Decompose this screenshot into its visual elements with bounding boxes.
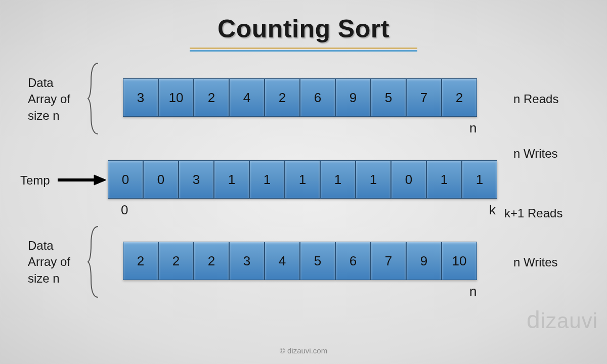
index-k: k: [489, 202, 496, 218]
array-cell: 2: [123, 242, 158, 280]
array-cell: 3: [229, 242, 265, 280]
array-cell: 1: [462, 160, 497, 199]
array-cell: 7: [371, 242, 406, 280]
temp-array: 00311111011: [108, 160, 497, 199]
n-reads-label: n Reads: [513, 92, 558, 106]
arrow-icon: [58, 174, 106, 186]
array-cell: 1: [249, 160, 285, 199]
index-zero: 0: [121, 202, 128, 218]
array-cell: 2: [158, 242, 194, 280]
array-cell: 1: [426, 160, 462, 199]
brace-icon: [87, 224, 100, 300]
title-underline: [190, 48, 417, 52]
input-label: Data Array of size n: [28, 75, 70, 124]
input-array: 31024269572: [123, 78, 477, 117]
footer: © dizauvi.com: [0, 346, 607, 355]
array-cell: 3: [123, 78, 158, 117]
array-cell: 6: [300, 78, 335, 117]
array-cell: 5: [300, 242, 335, 280]
array-cell: 2: [194, 78, 229, 117]
output-array: 22234567910: [123, 242, 477, 280]
array-cell: 6: [335, 242, 371, 280]
output-label: Data Array of size n: [28, 238, 70, 287]
k1-reads-label: k+1 Reads: [504, 206, 562, 220]
array-cell: 0: [108, 160, 143, 199]
array-cell: 4: [229, 78, 265, 117]
array-cell: 9: [335, 78, 371, 117]
array-cell: 1: [285, 160, 320, 199]
index-n-top: n: [469, 120, 476, 136]
svg-marker-1: [94, 175, 106, 185]
index-n-bottom: n: [469, 284, 476, 299]
n-writes-bottom-label: n Writes: [513, 255, 558, 269]
array-cell: 1: [356, 160, 391, 199]
temp-label: Temp: [20, 172, 50, 189]
array-cell: 0: [391, 160, 426, 199]
array-cell: 2: [265, 78, 300, 117]
array-cell: 2: [442, 78, 477, 117]
array-cell: 9: [406, 242, 442, 280]
watermark: dizauvi: [527, 306, 598, 334]
array-cell: 3: [179, 160, 214, 199]
array-cell: 10: [442, 242, 477, 280]
array-cell: 7: [406, 78, 442, 117]
n-writes-top-label: n Writes: [513, 147, 558, 161]
array-cell: 1: [214, 160, 249, 199]
array-cell: 10: [158, 78, 194, 117]
page-title: Counting Sort: [0, 14, 607, 43]
brace-icon: [87, 61, 100, 136]
array-cell: 1: [320, 160, 356, 199]
array-cell: 0: [143, 160, 179, 199]
array-cell: 2: [194, 242, 229, 280]
array-cell: 5: [371, 78, 406, 117]
array-cell: 4: [265, 242, 300, 280]
